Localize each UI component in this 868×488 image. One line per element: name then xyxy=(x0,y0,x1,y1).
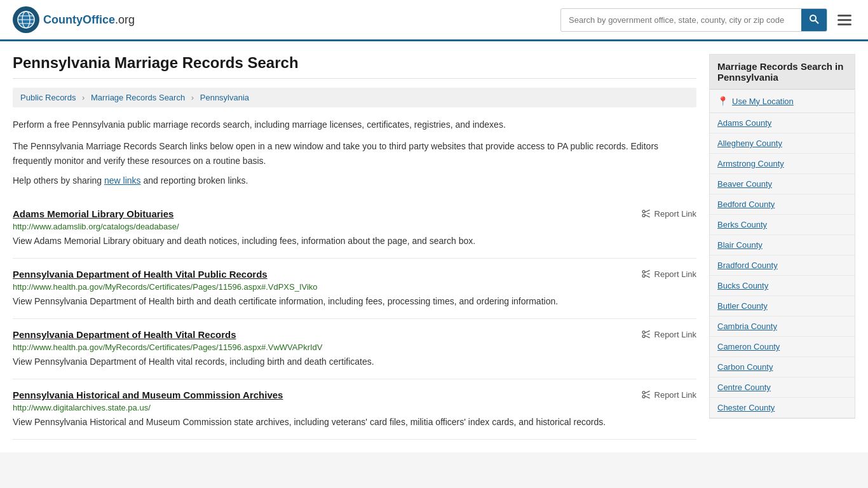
breadcrumb-marriage-records[interactable]: Marriage Records Search xyxy=(91,93,185,102)
result-item: Pennsylvania Department of Health Vital … xyxy=(13,319,696,379)
logo-text: CountyOffice.org xyxy=(43,13,135,27)
result-item: Adams Memorial Library Obituaries Report… xyxy=(13,198,696,259)
result-header: Adams Memorial Library Obituaries Report… xyxy=(13,208,696,219)
list-item: Carbon County xyxy=(710,357,855,377)
list-item: Bedford County xyxy=(710,194,855,215)
result-url[interactable]: http://www.digitalarchives.state.pa.us/ xyxy=(13,403,696,412)
report-link-label: Report Link xyxy=(654,330,696,339)
result-desc: View Pennsylvania Department of Health v… xyxy=(13,355,696,369)
svg-line-11 xyxy=(644,210,649,213)
svg-point-20 xyxy=(642,335,645,337)
new-links-link[interactable]: new links xyxy=(104,175,141,186)
report-link-button[interactable]: Report Link xyxy=(641,390,696,400)
sidebar-item-centre-county[interactable]: Centre County xyxy=(710,377,855,397)
result-title[interactable]: Pennsylvania Department of Health Vital … xyxy=(13,329,236,340)
result-item: Pennsylvania Department of Health Vital … xyxy=(13,259,696,319)
sidebar-county-list: Adams County Allegheny County Armstrong … xyxy=(710,113,855,418)
hamburger-line-3 xyxy=(837,24,851,25)
sidebar-item-beaver-county[interactable]: Beaver County xyxy=(710,174,855,194)
sidebar-item-adams-county[interactable]: Adams County xyxy=(710,113,855,133)
sidebar-item-allegheny-county[interactable]: Allegheny County xyxy=(710,133,855,153)
result-desc: View Pennsylvania Department of Health b… xyxy=(13,295,696,308)
list-item: Centre County xyxy=(710,377,855,398)
svg-point-7 xyxy=(810,15,816,21)
sidebar-item-chester-county[interactable]: Chester County xyxy=(710,398,855,417)
list-item: Berks County xyxy=(710,215,855,235)
svg-point-10 xyxy=(642,214,645,217)
scissors-icon xyxy=(641,208,651,219)
sidebar-item-bradford-county[interactable]: Bradford County xyxy=(710,255,855,275)
help-text: Help others by sharing new links and rep… xyxy=(13,175,696,186)
result-header: Pennsylvania Department of Health Vital … xyxy=(13,329,696,340)
sidebar-item-carbon-county[interactable]: Carbon County xyxy=(710,357,855,377)
result-url[interactable]: http://www.adamslib.org/catalogs/deadaba… xyxy=(13,222,696,231)
report-link-label: Report Link xyxy=(654,390,696,400)
list-item: Bucks County xyxy=(710,276,855,296)
breadcrumb-public-records[interactable]: Public Records xyxy=(20,93,76,102)
svg-point-19 xyxy=(642,331,645,334)
sidebar-item-armstrong-county[interactable]: Armstrong County xyxy=(710,154,855,173)
result-url[interactable]: http://www.health.pa.gov/MyRecords/Certi… xyxy=(13,342,696,352)
sidebar-item-blair-county[interactable]: Blair County xyxy=(710,235,855,255)
list-item: Allegheny County xyxy=(710,133,855,154)
description-1: Perform a free Pennsylvania public marri… xyxy=(13,118,696,132)
svg-point-14 xyxy=(642,271,645,273)
result-desc: View Adams Memorial Library obituary and… xyxy=(13,234,696,248)
list-item: Chester County xyxy=(710,398,855,418)
svg-point-9 xyxy=(642,210,645,213)
svg-line-16 xyxy=(644,271,649,273)
breadcrumb-sep-1: › xyxy=(82,93,85,102)
list-item: Butler County xyxy=(710,296,855,316)
hamburger-line-1 xyxy=(837,15,851,17)
breadcrumb: Public Records › Marriage Records Search… xyxy=(13,88,696,107)
result-item: Pennsylvania Historical and Museum Commi… xyxy=(13,379,696,440)
svg-line-22 xyxy=(644,336,649,338)
breadcrumb-sep-2: › xyxy=(191,93,194,102)
sidebar-title: Marriage Records Search in Pennsylvania xyxy=(710,55,855,90)
scissors-icon xyxy=(641,269,651,279)
search-button[interactable] xyxy=(801,9,827,31)
sidebar-item-cambria-county[interactable]: Cambria County xyxy=(710,316,855,336)
sidebar-item-butler-county[interactable]: Butler County xyxy=(710,296,855,316)
list-item: Beaver County xyxy=(710,174,855,194)
scissors-icon xyxy=(641,390,651,400)
main-container: Pennsylvania Marriage Records Search Pub… xyxy=(0,41,868,452)
list-item: Adams County xyxy=(710,113,855,133)
result-desc: View Pennsylvania Historical and Museum … xyxy=(13,416,696,429)
result-title[interactable]: Pennsylvania Department of Health Vital … xyxy=(13,269,268,280)
search-bar xyxy=(560,8,827,32)
sidebar-item-bedford-county[interactable]: Bedford County xyxy=(710,194,855,214)
result-title[interactable]: Adams Memorial Library Obituaries xyxy=(13,208,173,219)
description-2: The Pennsylvania Marriage Records Search… xyxy=(13,139,696,168)
breadcrumb-pennsylvania[interactable]: Pennsylvania xyxy=(200,93,249,102)
hamburger-line-2 xyxy=(837,19,851,21)
svg-line-8 xyxy=(815,20,818,24)
logo-icon xyxy=(13,6,39,33)
location-pin-icon: 📍 xyxy=(717,96,728,106)
use-my-location-link[interactable]: Use My Location xyxy=(732,97,794,106)
report-link-button[interactable]: Report Link xyxy=(641,329,696,339)
result-url[interactable]: http://www.health.pa.gov/MyRecords/Certi… xyxy=(13,282,696,292)
search-input[interactable] xyxy=(561,10,801,30)
list-item: Cameron County xyxy=(710,337,855,357)
header-right xyxy=(560,8,855,32)
result-header: Pennsylvania Historical and Museum Commi… xyxy=(13,390,696,400)
scissors-icon xyxy=(641,329,651,339)
svg-line-26 xyxy=(644,391,649,394)
logo-brand: CountyOffice xyxy=(43,13,115,26)
content-area: Pennsylvania Marriage Records Search Pub… xyxy=(13,54,696,440)
sidebar-item-bucks-county[interactable]: Bucks County xyxy=(710,276,855,295)
svg-line-27 xyxy=(644,396,649,398)
report-link-label: Report Link xyxy=(654,209,696,219)
svg-point-25 xyxy=(642,395,645,398)
sidebar-item-cameron-county[interactable]: Cameron County xyxy=(710,337,855,356)
hamburger-menu-button[interactable] xyxy=(834,11,855,29)
report-link-button[interactable]: Report Link xyxy=(641,208,696,219)
list-item: Blair County xyxy=(710,235,855,255)
result-title[interactable]: Pennsylvania Historical and Museum Commi… xyxy=(13,390,283,400)
list-item: Armstrong County xyxy=(710,154,855,174)
logo-area: CountyOffice.org xyxy=(13,6,135,33)
sidebar-item-berks-county[interactable]: Berks County xyxy=(710,215,855,234)
svg-point-24 xyxy=(642,391,645,394)
report-link-button[interactable]: Report Link xyxy=(641,269,696,279)
